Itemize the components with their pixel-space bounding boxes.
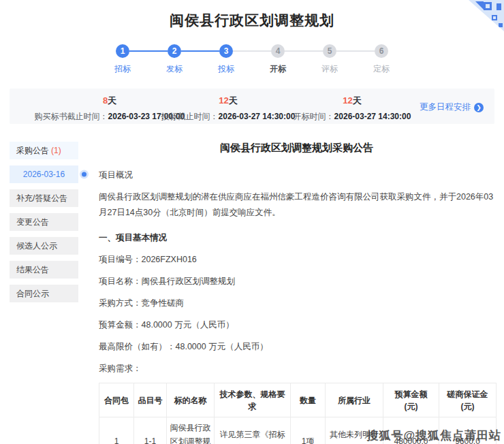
step-number: 6	[375, 44, 388, 58]
step-label: 开标	[270, 63, 286, 75]
cell-subject-name: 闽侯县行政区划调整规划	[167, 417, 215, 444]
procurement-announcement-page: 闽侯县行政区划调整规划 1 招标 2 发标 3 投标 4 开标 5 评标 6	[0, 0, 504, 444]
project-overview-title: 项目概况	[99, 170, 494, 181]
qr-glyph	[499, 23, 503, 27]
qr-glyph	[484, 2, 492, 10]
days-remaining: 12天	[274, 95, 430, 107]
sidebar-item-date[interactable]: 2026-03-16	[10, 165, 78, 183]
step-label: 定标	[373, 63, 390, 75]
field-label: 项目编号：	[99, 255, 142, 264]
cell-tech-specs: 详见第三章《招标内容及要求》	[215, 417, 291, 444]
sidebar-item-label: 结果公告	[16, 265, 49, 274]
sohu-watermark: 搜狐号@搜狐焦点莆田站	[366, 428, 501, 443]
days-unit: 天	[353, 95, 362, 106]
deadline-label: 购买标书截止时间：	[35, 112, 108, 121]
schedule-bar: 8天 购买标书截止时间：2026-03-23 17:00:00 12天 投标截止…	[10, 89, 494, 124]
table-header-row: 合同包 品目号 标的名称 技术参数、规格要求 数量 所属行业 预算金额(元) 磋…	[99, 383, 497, 417]
sidebar-item-change-announcement[interactable]: 变更公告	[10, 213, 78, 231]
field-value: 48.0000 万元（人民币）	[142, 320, 234, 330]
field-budget-amount: 预算金额：48.0000 万元（人民币）	[99, 319, 494, 331]
step-label: 评标	[321, 63, 338, 75]
sidebar-item-label: 采购公告	[16, 146, 49, 155]
header-tech-specs: 技术参数、规格要求	[215, 383, 291, 417]
sidebar-item-label: 候选人公示	[16, 241, 57, 251]
field-label: 预算金额：	[99, 320, 142, 330]
more-schedule-link[interactable]: 更多日程安排 ❯	[420, 101, 484, 113]
field-procurement-method: 采购方式：竞争性磋商	[99, 298, 494, 309]
active-dot-icon	[82, 172, 86, 177]
cell-quantity: 1项	[291, 417, 326, 444]
step-label: 发标	[166, 63, 183, 75]
deadline-label: 开标时间：	[294, 112, 334, 121]
step-fabiao: 2 发标	[148, 44, 200, 75]
step-connector	[181, 50, 219, 52]
section-basic-info-title: 一、项目基本情况	[99, 232, 494, 244]
step-pingbiao: 5 评标	[304, 44, 356, 75]
step-label: 招标	[114, 63, 131, 75]
deadline-line: 开标时间：2026-03-27 14:30:00	[274, 111, 430, 123]
step-connector	[233, 50, 271, 52]
step-connector	[285, 50, 323, 52]
sidebar-item-supplement-qa[interactable]: 补充/答疑公告	[10, 189, 78, 207]
content-area: 采购公告(1) 2026-03-16 补充/答疑公告 变更公告 候选人公示 结果…	[10, 142, 494, 444]
step-dingbiao: 6 定标	[356, 44, 407, 75]
header-budget: 预算金额(元)	[383, 383, 439, 417]
header-contract-package: 合同包	[99, 383, 134, 417]
sidebar-item-label: 合同公示	[16, 289, 49, 298]
deadline-time: 2026-03-27 14:30:00	[334, 112, 411, 121]
header-subject-name: 标的名称	[167, 383, 215, 417]
field-project-number: 项目编号：2026FZXH016	[99, 254, 494, 266]
field-project-name: 项目名称：闽侯县行政区划调整规划	[99, 276, 494, 287]
step-number: 1	[116, 44, 129, 58]
step-number: 3	[219, 44, 233, 58]
page-title: 闽侯县行政区划调整规划	[0, 0, 504, 30]
cell-contract-package: 1	[99, 417, 134, 444]
days-number: 12	[219, 95, 228, 106]
step-toubiao: 3 投标	[200, 44, 252, 75]
field-label: 项目名称：	[99, 276, 142, 286]
days-number: 12	[343, 95, 352, 106]
project-overview-text: 闽侯县行政区划调整规划的潜在供应商应在福州信豪工程造价咨询有限公司获取采购文件，…	[99, 189, 494, 221]
sidebar-item-result-announcement[interactable]: 结果公告	[10, 261, 78, 279]
step-zhaobiao: 1 招标	[97, 44, 148, 75]
sidebar-item-label: 变更公告	[16, 217, 49, 227]
sidebar-item-procurement-announcement[interactable]: 采购公告(1)	[10, 142, 78, 159]
schedule-item-opening-time: 12天 开标时间：2026-03-27 14:30:00	[274, 95, 430, 123]
field-label: 最高限价（如有）：	[99, 342, 176, 351]
sidebar-item-candidate-publicity[interactable]: 候选人公示	[10, 237, 78, 255]
days-unit: 天	[108, 95, 116, 106]
deadline-label: 投标截止时间：	[161, 112, 219, 121]
arrow-right-circle-icon: ❯	[474, 103, 484, 112]
field-value: 48.0000 万元（人民币）	[176, 342, 268, 351]
step-connector	[129, 50, 168, 52]
step-kaibiao: 4 开标	[252, 44, 304, 75]
sidebar-date-label: 2026-03-16	[23, 170, 65, 179]
header-industry: 所属行业	[326, 383, 383, 417]
field-value: 闽侯县行政区划调整规划	[142, 276, 236, 286]
qr-glyph	[492, 15, 497, 20]
step-number: 5	[323, 44, 336, 58]
step-connector	[336, 50, 375, 52]
announcement-heading: 闽侯县行政区划调整规划采购公告	[99, 142, 494, 155]
field-value: 2026FZXH016	[142, 255, 197, 264]
header-item-number: 品目号	[134, 383, 167, 417]
step-number: 4	[271, 44, 285, 58]
sidebar-item-label: 补充/答疑公告	[16, 193, 67, 203]
field-max-price: 最高限价（如有）：48.0000 万元（人民币）	[99, 341, 494, 353]
field-label: 采购需求：	[99, 364, 142, 373]
field-value: 竞争性磋商	[142, 298, 185, 308]
announcement-count-badge: (1)	[51, 146, 61, 155]
cell-item-number: 1-1	[134, 417, 167, 444]
sidebar-item-contract-publicity[interactable]: 合同公示	[10, 285, 78, 302]
more-schedule-label: 更多日程安排	[420, 101, 471, 113]
header-deposit: 磋商保证金(元)	[439, 383, 497, 417]
announcement-sidebar: 采购公告(1) 2026-03-16 补充/答疑公告 变更公告 候选人公示 结果…	[10, 142, 78, 308]
field-label: 采购方式：	[99, 298, 142, 308]
step-number: 2	[168, 44, 181, 58]
field-procurement-demand: 采购需求：	[99, 363, 494, 375]
announcement-body: 闽侯县行政区划调整规划采购公告 项目概况 闽侯县行政区划调整规划的潜在供应商应在…	[99, 142, 494, 444]
progress-stepper: 1 招标 2 发标 3 投标 4 开标 5 评标 6 定标	[0, 44, 504, 75]
days-unit: 天	[229, 95, 238, 106]
header-quantity: 数量	[291, 383, 326, 417]
step-label: 投标	[218, 63, 234, 75]
